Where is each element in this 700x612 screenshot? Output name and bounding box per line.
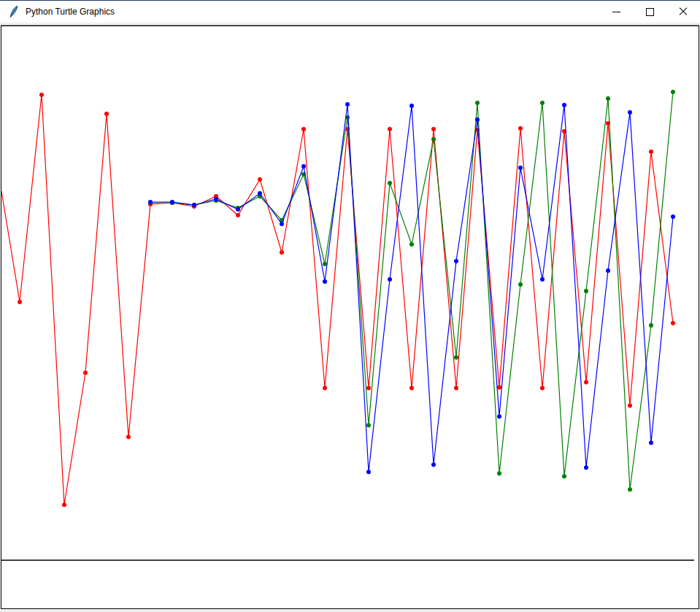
series-red-point xyxy=(323,386,327,390)
series-blue-point xyxy=(649,441,653,445)
series-green-point xyxy=(671,90,675,94)
series-blue-point xyxy=(280,222,284,226)
series-green-point xyxy=(606,96,610,101)
series-red-point xyxy=(628,403,632,408)
series-red-point xyxy=(258,177,262,182)
series-red-point xyxy=(83,371,88,375)
series-red-point xyxy=(584,380,588,384)
series-blue-point xyxy=(214,197,218,201)
series-red-point xyxy=(649,150,653,154)
series-blue-point xyxy=(148,200,153,204)
series-green-point xyxy=(388,181,392,185)
series-green-point xyxy=(475,101,480,105)
series-blue-point xyxy=(497,414,501,419)
series-green-point xyxy=(366,423,371,427)
series-blue-point xyxy=(345,102,350,106)
series-red-point xyxy=(540,386,545,390)
series-blue-point xyxy=(518,166,523,170)
maximize-icon xyxy=(646,8,654,16)
series-blue-point xyxy=(475,117,480,122)
series-green-point xyxy=(562,474,566,479)
series-blue-point xyxy=(323,279,327,284)
series-blue-point xyxy=(431,462,436,467)
turtle-drawing xyxy=(1,26,699,608)
series-blue-point xyxy=(258,191,262,195)
window-title: Python Turtle Graphics xyxy=(26,7,115,17)
series-green-point xyxy=(409,242,414,247)
series-green-point xyxy=(497,471,501,476)
window-bottom-frame xyxy=(0,609,700,612)
series-red-point xyxy=(454,386,458,390)
series-blue-point xyxy=(671,214,675,219)
series-red-point xyxy=(518,126,523,131)
minimize-button[interactable] xyxy=(599,1,633,23)
series-green-point xyxy=(540,101,545,105)
series-green-point xyxy=(431,137,436,142)
series-blue-line xyxy=(150,104,673,472)
series-blue-point xyxy=(388,277,392,282)
series-green-point xyxy=(584,289,588,293)
series-blue-point xyxy=(236,207,240,212)
series-red-point xyxy=(366,386,371,390)
series-blue-point xyxy=(301,164,306,169)
title-bar: Python Turtle Graphics xyxy=(0,1,700,23)
window-controls xyxy=(599,1,700,23)
series-blue-point xyxy=(170,200,174,204)
maximize-button[interactable] xyxy=(633,1,666,23)
series-green-point xyxy=(628,487,632,492)
minimize-icon xyxy=(612,12,620,12)
series-blue-point xyxy=(540,277,545,282)
series-red-point xyxy=(62,503,66,507)
series-blue-point xyxy=(366,470,371,474)
series-blue-point xyxy=(562,103,566,107)
series-green-line xyxy=(150,92,673,489)
series-red-point xyxy=(236,213,240,217)
close-button[interactable] xyxy=(666,1,700,23)
series-blue-point xyxy=(606,268,610,273)
series-green-point xyxy=(649,323,653,328)
series-green-point xyxy=(518,282,523,287)
series-blue-point xyxy=(192,203,196,207)
tk-feather-icon xyxy=(8,5,20,18)
close-icon xyxy=(679,7,688,16)
series-red-point xyxy=(409,386,414,390)
series-blue-point xyxy=(409,104,414,108)
series-red-line xyxy=(1,95,673,505)
series-green-point xyxy=(323,262,327,266)
series-red-point xyxy=(301,127,306,131)
series-red-point xyxy=(104,112,109,116)
series-blue-point xyxy=(584,465,588,470)
series-red-point xyxy=(280,250,284,255)
series-red-point xyxy=(39,93,44,97)
series-red-point xyxy=(431,127,436,131)
series-blue-point xyxy=(454,259,458,263)
series-green-point xyxy=(454,355,458,360)
turtle-canvas[interactable] xyxy=(1,26,699,609)
series-red-point xyxy=(388,127,392,131)
series-blue-point xyxy=(628,110,632,115)
series-red-point xyxy=(18,300,22,304)
series-red-point xyxy=(497,385,501,390)
series-red-point xyxy=(126,435,131,439)
series-red-point xyxy=(671,321,675,325)
